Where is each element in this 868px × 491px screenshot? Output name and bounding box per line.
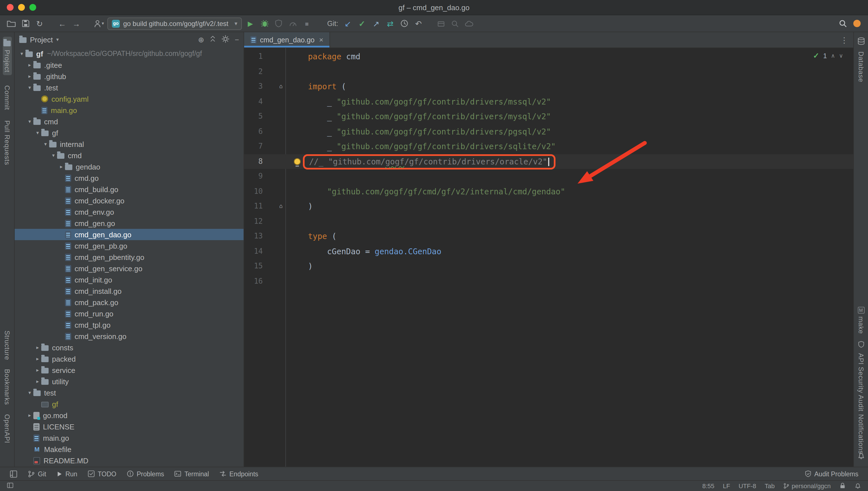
user-icon[interactable]: ▾ — [93, 18, 105, 29]
run-with-coverage-icon[interactable] — [273, 18, 284, 29]
chevron-collapsed-icon[interactable]: ▸ — [26, 62, 33, 68]
code-line-8[interactable]: 8//_ "github.com/gogf/gf/contrib/drivers… — [244, 154, 853, 169]
code-line-9[interactable]: 9 — [244, 169, 853, 184]
tree-item-cmd[interactable]: ▾cmd — [15, 150, 243, 161]
database-tool-button[interactable]: Database — [857, 51, 865, 82]
code-line-1[interactable]: 1package cmd — [244, 49, 853, 64]
make-tool-button[interactable]: make — [857, 316, 865, 334]
tree-item-cmd_docker.go[interactable]: cmd_docker.go — [15, 195, 243, 206]
chevron-expanded-icon[interactable]: ▾ — [26, 390, 33, 396]
fold-marker-icon[interactable]: ⌂ — [277, 79, 285, 94]
layout-icon[interactable] — [7, 482, 13, 490]
chevron-collapsed-icon[interactable]: ▸ — [34, 356, 41, 362]
chevron-expanded-icon[interactable]: ▾ — [42, 141, 49, 147]
chevron-collapsed-icon[interactable]: ▸ — [26, 74, 33, 79]
project-tool-button[interactable]: Project — [3, 37, 11, 75]
commit-tool-button[interactable]: Commit — [3, 85, 11, 110]
tree-item-packed[interactable]: ▸packed — [15, 353, 243, 365]
minimize-button[interactable] — [18, 4, 25, 11]
tree-item-go.mod[interactable]: ▸go.mod — [15, 410, 243, 421]
lock-icon[interactable] — [839, 482, 846, 490]
tool-windows-toggler-icon[interactable] — [4, 467, 23, 480]
code-line-2[interactable]: 2 — [244, 64, 853, 79]
chevron-expanded-icon[interactable]: ▾ — [34, 130, 41, 136]
git-compare-icon[interactable]: ⇄ — [384, 18, 396, 29]
indent-style[interactable]: Tab — [764, 483, 775, 489]
tree-item-cmd_run.go[interactable]: cmd_run.go — [15, 308, 243, 319]
caret-position[interactable]: 8:55 — [702, 483, 714, 489]
tree-item-cmd_tpl.go[interactable]: cmd_tpl.go — [15, 319, 243, 330]
tree-item-.gitee[interactable]: ▸.gitee — [15, 59, 243, 70]
rollback-icon[interactable]: ↶ — [413, 18, 424, 29]
chevron-expanded-icon[interactable]: ▾ — [18, 51, 25, 57]
fold-marker-icon[interactable]: ⌂ — [277, 199, 285, 214]
bell-icon[interactable] — [857, 452, 865, 462]
tool-button-endpoints[interactable]: Endpoints — [214, 467, 263, 480]
search-everywhere-dim-icon[interactable] — [450, 18, 461, 29]
structure-tool-button[interactable]: Structure — [3, 330, 11, 360]
code-line-14[interactable]: 14 cGenDao = gendao.CGenDao — [244, 244, 853, 259]
bookmarks-tool-button[interactable]: Bookmarks — [3, 369, 11, 405]
tree-item-gendao[interactable]: ▸gendao — [15, 161, 243, 172]
chevron-collapsed-icon[interactable]: ▸ — [26, 412, 33, 418]
tree-item-cmd_init.go[interactable]: cmd_init.go — [15, 274, 243, 285]
next-issue-icon[interactable]: ∨ — [839, 53, 843, 59]
git-branch-widget[interactable]: personal/ggcn — [783, 483, 831, 489]
tree-item-test[interactable]: ▾test — [15, 387, 243, 398]
tree-item-Makefile[interactable]: MMakefile — [15, 443, 243, 455]
tree-item-cmd_gen.go[interactable]: cmd_gen.go — [15, 218, 243, 229]
save-all-icon[interactable] — [20, 18, 31, 29]
inspection-widget[interactable]: ✓ 1 ∧ ∨ — [813, 51, 843, 60]
tree-item-cmd[interactable]: ▾cmd — [15, 116, 243, 127]
tree-item-cmd.go[interactable]: cmd.go — [15, 172, 243, 184]
git-update-icon[interactable]: ↙ — [342, 18, 353, 29]
tree-item-cmd_gen_pbentity.go[interactable]: cmd_gen_pbentity.go — [15, 252, 243, 263]
code-line-10[interactable]: 10 "github.com/gogf/gf/cmd/gf/v2/interna… — [244, 184, 853, 199]
zoom-button[interactable] — [29, 4, 36, 11]
code-line-3[interactable]: 3⌂import ( — [244, 79, 853, 94]
chevron-expanded-icon[interactable]: ▾ — [26, 85, 33, 90]
open-folder-icon[interactable] — [6, 18, 17, 29]
pull-requests-tool-button[interactable]: Pull Requests — [3, 120, 11, 165]
notification-bell-icon[interactable] — [855, 482, 861, 490]
tree-item-config.yaml[interactable]: config.yaml — [15, 93, 243, 105]
tab-cmd_gen_dao[interactable]: cmd_gen_dao.go × — [244, 32, 330, 48]
tree-item-.github[interactable]: ▸.github — [15, 70, 243, 82]
line-separator[interactable]: LF — [723, 483, 730, 489]
prev-issue-icon[interactable]: ∧ — [831, 53, 835, 59]
chevron-collapsed-icon[interactable]: ▸ — [58, 164, 65, 170]
intention-bulb-icon[interactable] — [294, 158, 301, 165]
collapse-all-icon[interactable] — [209, 35, 217, 44]
code-line-4[interactable]: 4 _ "github.com/gogf/gf/contrib/drivers/… — [244, 94, 853, 109]
tree-item-cmd_version.go[interactable]: cmd_version.go — [15, 330, 243, 342]
tool-button-audit-problems[interactable]: Audit Problems — [800, 467, 864, 480]
git-commit-icon[interactable]: ✓ — [356, 18, 368, 29]
chevron-collapsed-icon[interactable]: ▸ — [34, 345, 41, 350]
close-button[interactable] — [7, 4, 13, 11]
code-line-5[interactable]: 5 _ "github.com/gogf/gf/contrib/drivers/… — [244, 109, 853, 124]
cloud-icon[interactable] — [464, 18, 475, 29]
forward-icon[interactable]: → — [70, 18, 82, 29]
tree-item-cmd_install.go[interactable]: cmd_install.go — [15, 285, 243, 297]
close-icon[interactable]: × — [319, 36, 323, 44]
code-line-12[interactable]: 12 — [244, 214, 853, 229]
run-configuration-select[interactable]: go build github.com/gogf/gf/v2/.test ▾ — [107, 17, 242, 30]
tree-item-.test[interactable]: ▾.test — [15, 82, 243, 93]
run-button[interactable]: ▶ — [245, 18, 256, 29]
chevron-expanded-icon[interactable]: ▾ — [50, 152, 57, 158]
tree-item-gf[interactable]: gf — [15, 398, 243, 410]
tree-item-README.MD[interactable]: README.MD — [15, 455, 243, 466]
api-security-audit-tool-button[interactable]: API Security Audit — [857, 353, 865, 412]
code-line-11[interactable]: 11⌂) — [244, 199, 853, 214]
code-line-13[interactable]: 13type ( — [244, 229, 853, 244]
tool-button-run[interactable]: Run — [51, 467, 82, 480]
debug-button[interactable] — [259, 18, 270, 29]
chevron-down-icon[interactable]: ▾ — [56, 37, 59, 42]
tree-item-main.go[interactable]: main.go — [15, 432, 243, 443]
tree-item-cmd_env.go[interactable]: cmd_env.go — [15, 206, 243, 218]
file-encoding[interactable]: UTF-8 — [739, 483, 756, 489]
tree-item-cmd_build.go[interactable]: cmd_build.go — [15, 184, 243, 195]
chevron-collapsed-icon[interactable]: ▸ — [34, 367, 41, 373]
tree-item-LICENSE[interactable]: LICENSE — [15, 421, 243, 432]
tree-item-gf[interactable]: ▾gf — [15, 127, 243, 138]
